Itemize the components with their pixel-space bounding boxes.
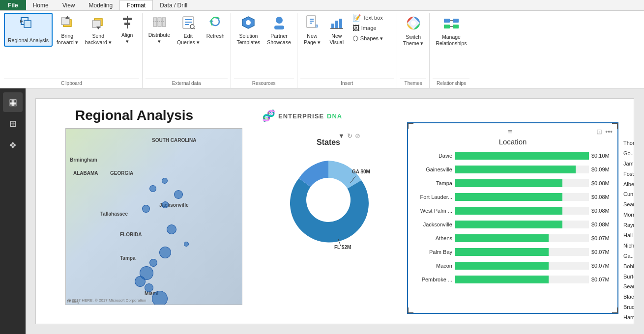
- location-bar-wrap: [455, 248, 589, 256]
- align-label: Align▾: [121, 32, 133, 44]
- map-container[interactable]: SOUTH CAROLINA ALABAMA GEORGIA FLORIDA T…: [65, 128, 242, 305]
- image-icon: 🖼: [352, 24, 359, 32]
- right-name-item: Albert Cunn...: [623, 179, 634, 200]
- image-button[interactable]: 🖼 Image: [350, 23, 394, 33]
- location-bar: [455, 179, 562, 187]
- svg-rect-11: [123, 18, 132, 20]
- location-bar: [455, 234, 549, 242]
- location-row: Macon $0.07M: [410, 259, 615, 273]
- svg-point-24: [246, 20, 251, 25]
- svg-line-22: [194, 28, 195, 29]
- right-name-item: Arthur Reid: [623, 323, 634, 324]
- edit-queries-label: EditQueries ▾: [177, 33, 200, 45]
- ribbon-group-themes: SwitchTheme ▾ Themes: [397, 13, 430, 88]
- location-row-name: West Palm ...: [412, 208, 455, 214]
- svg-point-39: [411, 21, 416, 26]
- map-bing: 🗺 bing: [67, 299, 79, 304]
- svg-rect-36: [339, 19, 342, 28]
- map-dot-8: [145, 283, 153, 292]
- location-row-value: $0.07M: [589, 263, 614, 269]
- menu-tab-data-drill[interactable]: Data / Drill: [153, 0, 194, 10]
- location-row-value: $0.08M: [589, 222, 614, 227]
- location-row-name: Tampa: [412, 180, 455, 186]
- switch-theme-button[interactable]: SwitchTheme ▾: [400, 13, 427, 48]
- location-row-value: $0.07M: [589, 235, 614, 241]
- location-row-name: Jacksonville: [412, 222, 455, 227]
- distribute-button[interactable]: Distribute▾: [146, 13, 173, 46]
- location-chart: ≡ ⊡ ••• Location Davie $0.10M Gainesvill…: [407, 122, 618, 314]
- location-row-value: $0.08M: [589, 194, 614, 200]
- location-bar: [455, 221, 562, 228]
- menu-tab-format[interactable]: Format: [119, 0, 153, 10]
- location-row-value: $0.10M: [589, 153, 614, 159]
- location-bar: [455, 152, 589, 160]
- send-backward-button[interactable]: Sendbackward ▾: [82, 13, 115, 47]
- manage-relationships-label: ManageRelationships: [436, 34, 467, 46]
- new-page-button[interactable]: NewPage ▾: [300, 13, 324, 47]
- sidebar-icon-table[interactable]: ⊞: [3, 114, 23, 134]
- right-name-item: Sean Morris: [623, 199, 634, 220]
- dna-icon: 🧬: [262, 110, 275, 122]
- map-dot-7: [135, 276, 146, 287]
- manage-relationships-button[interactable]: ManageRelationships: [433, 13, 469, 48]
- edit-interactions-button[interactable]: Regional Analysis: [4, 13, 53, 47]
- bracket-tl: [408, 123, 413, 129]
- map-dot-1: [174, 190, 183, 199]
- location-row: West Palm ... $0.08M: [410, 204, 615, 218]
- ribbon-group-external-data: Distribute▾ EditQueries ▾: [143, 13, 231, 88]
- enterprise-label: ENTERPRISE: [278, 112, 324, 120]
- refresh-button[interactable]: Refresh: [204, 13, 228, 41]
- report-title: Regional Analysis: [75, 108, 193, 123]
- location-row-value: $0.07M: [589, 249, 614, 255]
- location-row-value: $0.09M: [589, 167, 614, 172]
- map-label-florida: FLORIDA: [120, 232, 142, 237]
- shapes-icon: ⬡: [352, 34, 358, 42]
- location-menu-icon[interactable]: ≡: [508, 127, 513, 136]
- solution-templates-button[interactable]: SolutionTemplates: [234, 13, 263, 47]
- menu-tab-view[interactable]: View: [56, 0, 82, 10]
- location-bar: [455, 248, 549, 256]
- edit-queries-button[interactable]: EditQueries ▾: [174, 13, 203, 47]
- location-expand-icon[interactable]: ⊡: [596, 128, 602, 136]
- bracket-tr: [612, 123, 618, 129]
- location-bar: [455, 166, 576, 173]
- ribbon: Regional Analysis Bringforward ▾: [0, 11, 644, 88]
- new-visual-button[interactable]: NewVisual: [325, 13, 349, 47]
- location-bar-wrap: [455, 276, 589, 283]
- location-dots-icon[interactable]: •••: [605, 128, 613, 136]
- map-dot-4: [159, 247, 171, 258]
- right-name-item: Thomas Go...: [623, 138, 634, 159]
- shapes-button[interactable]: ⬡ Shapes ▾: [350, 33, 394, 43]
- svg-rect-1: [24, 21, 31, 28]
- map-dot-5: [149, 259, 157, 267]
- map-label-birmingham: Brmingham: [70, 157, 97, 163]
- partner-showcase-label: PartnerShowcase: [267, 33, 291, 45]
- location-row-name: Pembroke ...: [412, 277, 455, 282]
- svg-rect-14: [158, 18, 161, 27]
- svg-marker-6: [65, 16, 69, 19]
- svg-rect-5: [61, 18, 69, 25]
- location-bar-wrap: [455, 221, 589, 228]
- image-label: Image: [361, 25, 377, 31]
- map-dot-13: [184, 242, 189, 247]
- new-visual-label: NewVisual: [330, 33, 344, 45]
- right-name-item: Nicholas Ga...: [623, 241, 634, 261]
- svg-rect-26: [274, 26, 284, 29]
- map-dot-2: [162, 201, 169, 208]
- partner-showcase-button[interactable]: PartnerShowcase: [264, 13, 293, 47]
- menu-tab-modeling[interactable]: Modeling: [82, 0, 119, 10]
- menu-tab-home[interactable]: Home: [26, 0, 56, 10]
- map-label-georgia: GEORGIA: [110, 170, 133, 176]
- location-row: Tampa $0.08M: [410, 176, 615, 190]
- right-name-item: Bobby Burton: [623, 261, 634, 282]
- menu-tab-file[interactable]: File: [0, 0, 26, 10]
- bring-forward-button[interactable]: Bringforward ▾: [54, 13, 81, 47]
- sidebar-icon-bar-chart[interactable]: ▦: [3, 92, 23, 112]
- sidebar-icon-components[interactable]: ❖: [3, 136, 23, 155]
- text-box-button[interactable]: 📝 Text box: [350, 13, 394, 23]
- align-button[interactable]: Align▾: [116, 13, 139, 46]
- svg-rect-42: [444, 25, 450, 28]
- new-page-label: NewPage ▾: [304, 33, 320, 45]
- canvas-area: Regional Analysis 🧬 ENTERPRISE DNA ▼ ⊘ S…: [26, 88, 644, 334]
- svg-rect-41: [453, 19, 459, 23]
